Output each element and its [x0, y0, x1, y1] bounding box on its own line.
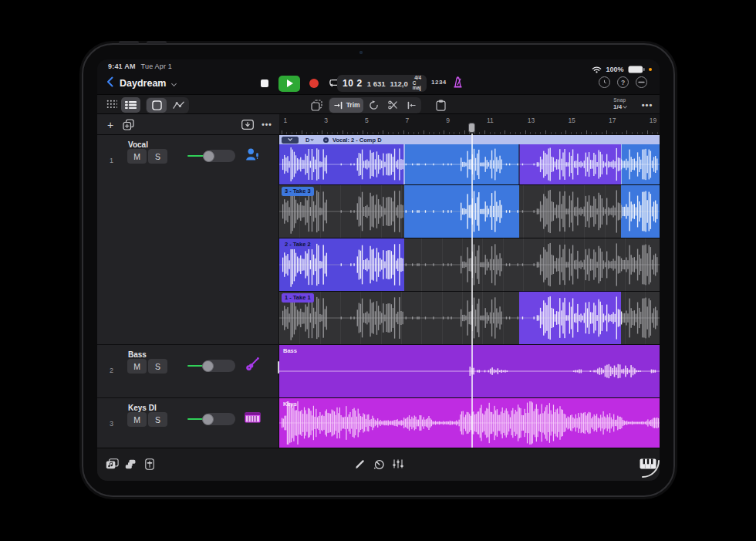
mic-indicator-dot: [649, 68, 653, 72]
add-track-icon[interactable]: +: [103, 118, 117, 131]
edit-toolbar: Trim: [97, 94, 660, 114]
duplicate-track-icon[interactable]: [121, 118, 135, 131]
volume-slider[interactable]: [187, 360, 235, 372]
take-label[interactable]: 2 - Take 2: [282, 240, 314, 249]
mute-button[interactable]: M: [127, 359, 147, 374]
solo-button[interactable]: S: [148, 412, 167, 427]
corner-arc: [641, 459, 660, 481]
ruler-bar-label: 7: [406, 117, 410, 124]
lcd-display[interactable]: 10 2 1 631 112,0 4/4 C maj: [337, 75, 427, 92]
fader-icon[interactable]: [142, 457, 157, 471]
plugins-icon[interactable]: [123, 457, 138, 471]
track-header-bass[interactable]: 2 Bass M S: [97, 345, 279, 398]
ruler-bar-label: 9: [446, 117, 450, 124]
comp-region-label: Vocal: 2 - Comp D: [332, 137, 382, 144]
automation-icon[interactable]: [168, 98, 188, 113]
ruler-bar-label: 1: [284, 117, 288, 124]
mute-button[interactable]: M: [127, 412, 147, 427]
lcd-position-sub: 1 631: [367, 79, 386, 88]
trim-label: Trim: [346, 101, 360, 109]
count-in-button[interactable]: 1234: [431, 79, 447, 86]
solo-button[interactable]: S: [148, 359, 167, 374]
lane-comp[interactable]: DVocal: 2 - Comp D: [279, 135, 660, 184]
record-button[interactable]: [307, 76, 321, 90]
comp-header-strip[interactable]: DVocal: 2 - Comp D: [279, 135, 660, 144]
back-icon[interactable]: [106, 76, 113, 90]
ruler-bar-label: 15: [568, 117, 575, 124]
project-menu-chevron-icon[interactable]: [171, 80, 177, 86]
take-label[interactable]: 1 - Take 1: [282, 293, 314, 303]
comp-collapse-icon[interactable]: [282, 137, 299, 144]
bass-guitar-icon: [244, 356, 261, 373]
front-camera: [359, 51, 363, 54]
paste-icon[interactable]: [432, 97, 449, 113]
waveform: [279, 238, 660, 291]
browser-icon[interactable]: [104, 457, 120, 471]
copy-icon[interactable]: [308, 97, 325, 113]
snap-label: Snap: [613, 96, 626, 103]
track-name: Bass: [128, 350, 147, 359]
waveform: [279, 292, 660, 344]
region-label: Keys: [283, 401, 297, 407]
knob-icon[interactable]: [371, 457, 386, 471]
project-title[interactable]: Daydream: [120, 78, 166, 89]
lane-take-2[interactable]: 2 - Take 2: [279, 238, 660, 291]
mute-button[interactable]: M: [127, 149, 147, 164]
lane-take-1[interactable]: 1 - Take 1: [279, 292, 660, 344]
volume-up-button: [119, 41, 139, 44]
snap-control[interactable]: Snap 1/4: [613, 96, 626, 110]
help-icon[interactable]: ?: [617, 76, 629, 88]
take-folder-icon: [323, 137, 329, 143]
transport-controls: [258, 75, 342, 92]
split-scissors-icon[interactable]: [384, 98, 402, 113]
volume-down-button: [147, 41, 167, 44]
region-label: Bass: [283, 347, 297, 354]
ruler-bar-label: 13: [528, 117, 535, 124]
marquee-tool-icon[interactable]: [147, 98, 167, 113]
playhead-handle[interactable]: [468, 123, 475, 133]
lcd-tempo: 112,0: [390, 79, 408, 88]
lane-take-3[interactable]: 3 - Take 3: [279, 185, 660, 238]
solo-button[interactable]: S: [148, 149, 167, 164]
loop-icon[interactable]: [365, 98, 383, 113]
toolbar-more-icon[interactable]: •••: [640, 97, 655, 113]
stop-button[interactable]: [258, 76, 272, 90]
grid-view-icon[interactable]: [103, 97, 120, 113]
play-button[interactable]: [278, 76, 300, 92]
bottom-bar: [97, 448, 660, 481]
track-header-panel: 1 Vocal M S: [97, 135, 279, 448]
waveform: [279, 144, 660, 184]
track-header-vocal[interactable]: 1 Vocal M S: [97, 135, 279, 185]
take-label[interactable]: 3 - Take 3: [282, 187, 314, 196]
pencil-icon[interactable]: [353, 457, 368, 471]
waveform: [279, 345, 660, 397]
ruler-bar-label: 19: [650, 117, 656, 124]
trim-right-icon[interactable]: [403, 98, 420, 113]
comp-selector[interactable]: D: [305, 137, 313, 144]
ruler-bar-label: 3: [324, 117, 328, 124]
collapse-tracks-icon[interactable]: [241, 118, 255, 131]
track-header-more-icon[interactable]: •••: [260, 118, 274, 131]
metronome-icon[interactable]: [451, 76, 464, 92]
vocalist-icon: [244, 146, 261, 163]
track-number: 2: [110, 367, 113, 374]
ruler-bar-label: 11: [487, 117, 494, 124]
volume-slider[interactable]: [187, 150, 235, 162]
photo-background: 9:41 AMTue Apr 1 100%: [0, 0, 756, 541]
take-lane-handle[interactable]: [278, 361, 280, 374]
status-date: Tue Apr 1: [141, 63, 173, 70]
track-name: Vocal: [128, 140, 148, 149]
arrange-area[interactable]: DVocal: 2 - Comp D3 - Take 32 - Take 21 …: [279, 135, 660, 448]
status-bar: 9:41 AMTue Apr 1 100%: [97, 59, 660, 73]
track-number: 3: [110, 420, 113, 428]
volume-slider[interactable]: [187, 413, 235, 425]
mixer-faders-icon[interactable]: [390, 457, 406, 471]
lane-keys[interactable]: Keys: [279, 398, 660, 448]
lcd-key: C maj: [413, 81, 421, 91]
trim-tool-button[interactable]: Trim: [329, 98, 363, 113]
hide-icon[interactable]: [636, 76, 647, 88]
tracks-view-icon[interactable]: [121, 97, 140, 113]
track-header-keys[interactable]: 3 Keys DI M S: [97, 398, 279, 448]
lane-bass[interactable]: Bass: [279, 345, 660, 397]
history-icon[interactable]: [599, 76, 610, 88]
